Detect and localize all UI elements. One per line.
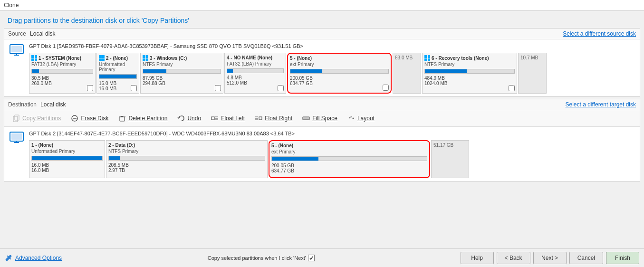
dest-monitor-icon xyxy=(8,130,25,147)
float-left-button[interactable]: Float Left xyxy=(207,112,249,124)
partition-bar-bg xyxy=(424,69,515,74)
partition-type: NTFS Primary xyxy=(143,62,221,67)
undo-button[interactable]: Undo xyxy=(173,112,205,124)
unallocated-label: 83.0 MB xyxy=(395,55,419,60)
dest-disk-type: Local disk xyxy=(40,101,66,108)
partition-type: ext Primary xyxy=(271,149,427,154)
destination-section: Destination Local disk Select a differen… xyxy=(4,99,640,181)
source-disk-info: GPT Disk 1 [5AED9578-FBEF-4079-ADA6-3C85… xyxy=(29,42,636,94)
fill-space-icon xyxy=(302,114,310,123)
partition-type: NTFS Primary xyxy=(424,62,515,67)
partition-item-p4[interactable]: 4 - NO NAME (None) FAT32 (LBA) Primary 4… xyxy=(224,53,286,94)
dest-disk-title: GPT Disk 2 [3144EF47-807E-4E77-BC6F-EEED… xyxy=(29,130,636,137)
finish-button[interactable]: Finish xyxy=(606,252,639,264)
partition-bar-bg xyxy=(227,68,284,73)
fill-space-button[interactable]: Fill Space xyxy=(298,112,341,124)
copy-partitions-label: Copy Partitions xyxy=(22,115,61,122)
back-button[interactable]: < Back xyxy=(497,252,530,264)
partition-item-p2[interactable]: 2 - (None) Unformatted Primary 16.0 MB 1… xyxy=(96,53,139,94)
window-title: Clone xyxy=(4,2,19,9)
svg-rect-18 xyxy=(303,117,309,120)
unallocated-label: 51.17 GB xyxy=(433,143,467,148)
fill-space-label: Fill Space xyxy=(312,115,337,122)
partition-name: 3 - Windows (C:) xyxy=(143,55,221,61)
copy-notice-text: Copy selected partitions when I click 'N… xyxy=(208,255,306,261)
partition-bar-fill xyxy=(109,156,120,160)
partition-item-dp1[interactable]: 1 - (None) Unformatted Primary 16.0 MB 1… xyxy=(29,140,105,178)
partition-checkbox[interactable] xyxy=(87,85,93,91)
help-button[interactable]: Help xyxy=(461,252,494,264)
layout-button[interactable]: Layout xyxy=(343,112,378,124)
source-disk-type: Local disk xyxy=(30,30,55,37)
partition-checkbox[interactable] xyxy=(131,85,137,91)
svg-rect-5 xyxy=(15,115,19,120)
svg-rect-10 xyxy=(211,117,214,120)
partition-item-p3[interactable]: 3 - Windows (C:) NTFS Primary 87.95 GB 2… xyxy=(140,53,223,94)
partition-bar-fill xyxy=(32,156,102,160)
source-text: Source xyxy=(8,30,26,37)
partition-checkbox[interactable] xyxy=(383,85,389,91)
partition-item-dp_gray[interactable]: 51.17 GB xyxy=(431,140,469,178)
unallocated-label: 10.7 MB xyxy=(520,55,544,60)
partition-type: Unformatted Primary xyxy=(31,149,103,154)
win-logo-icon xyxy=(424,55,430,61)
win-logo-icon xyxy=(99,55,105,61)
wrench-icon xyxy=(5,254,12,262)
select-target-link[interactable]: Select a different target disk xyxy=(565,101,636,108)
destination-header: Destination Local disk Select a differen… xyxy=(4,99,640,110)
copy-partitions-button: Copy Partitions xyxy=(8,112,65,124)
partition-item-dp5[interactable]: 5 - (None) ext Primary 200.05 GB 634.77 … xyxy=(269,140,430,178)
dest-disk-info: GPT Disk 2 [3144EF47-807E-4E77-BC6F-EEED… xyxy=(29,130,636,178)
partition-item-p7[interactable]: 6 - Recovery tools (None) NTFS Primary 4… xyxy=(422,53,517,94)
partition-item-p5[interactable]: 5 - (None) ext Primary 200.05 GB 634.77 … xyxy=(287,53,392,94)
advanced-options-label: Advanced Options xyxy=(15,255,62,261)
partition-checkbox[interactable] xyxy=(215,85,221,91)
float-right-label: Float Right xyxy=(265,115,292,122)
win-logo-icon xyxy=(143,55,148,61)
partition-bar-bg xyxy=(99,74,137,79)
undo-label: Undo xyxy=(187,115,201,122)
undo-icon xyxy=(177,114,185,123)
partition-checkbox[interactable] xyxy=(509,85,515,91)
erase-disk-button[interactable]: Erase Disk xyxy=(67,112,112,124)
partition-type: FAT32 (LBA) Primary xyxy=(227,61,284,67)
float-right-button[interactable]: Float Right xyxy=(250,112,296,124)
win-logo-icon xyxy=(31,55,37,61)
partition-item-dp2[interactable]: 2 - Data (D:) NTFS Primary 208.5 MB 2.97… xyxy=(106,140,268,178)
copy-partitions-icon xyxy=(12,114,20,123)
erase-disk-label: Erase Disk xyxy=(81,115,108,122)
float-left-icon xyxy=(211,114,219,123)
destination-disk-area: GPT Disk 2 [3144EF47-807E-4E77-BC6F-EEED… xyxy=(4,127,640,181)
partition-bar-fill xyxy=(99,75,136,78)
partition-sizes: 200.05 GB 634.77 GB xyxy=(271,163,427,173)
select-source-link[interactable]: Select a different source disk xyxy=(563,30,636,37)
partition-sizes: 30.5 MB 260.0 MB xyxy=(31,76,93,86)
button-group: Help < Back Next > Cancel Finish xyxy=(461,252,639,264)
source-label: Source Local disk xyxy=(8,30,55,37)
source-section: Source Local disk Select a different sou… xyxy=(4,28,640,97)
svg-rect-8 xyxy=(120,117,125,121)
source-monitor-icon xyxy=(8,42,25,59)
partition-bar-fill xyxy=(32,69,39,73)
copy-notice-checkbox[interactable] xyxy=(308,255,315,261)
advanced-options-link[interactable]: Advanced Options xyxy=(5,254,62,262)
partition-item-p1[interactable]: 1 - SYSTEM (None) FAT32 (LBA) Primary 30… xyxy=(29,53,96,94)
destination-label: Destination Local disk xyxy=(8,101,66,108)
clone-window: Clone Drag partitions to the destination… xyxy=(0,0,644,267)
partition-bar-bg xyxy=(143,69,221,74)
partition-type: NTFS Primary xyxy=(108,149,265,154)
delete-partition-label: Delete Partition xyxy=(128,115,167,122)
partition-name: 5 - (None) xyxy=(290,56,389,61)
partition-checkbox[interactable] xyxy=(278,85,284,91)
partition-item-p8[interactable]: 10.7 MB xyxy=(518,53,547,94)
partition-sizes: 16.0 MB 16.0 MB xyxy=(31,162,103,173)
partition-bar-bg xyxy=(108,156,265,161)
layout-icon xyxy=(347,114,356,123)
cancel-button[interactable]: Cancel xyxy=(569,252,603,264)
delete-partition-button[interactable]: Delete Partition xyxy=(114,112,171,124)
partition-name: 2 - Data (D:) xyxy=(108,143,265,148)
partition-sizes: 4.8 MB 512.0 MB xyxy=(227,75,284,86)
next-button[interactable]: Next > xyxy=(533,252,567,264)
partition-item-p6[interactable]: 83.0 MB xyxy=(393,53,421,94)
dest-text: Destination xyxy=(8,101,37,108)
